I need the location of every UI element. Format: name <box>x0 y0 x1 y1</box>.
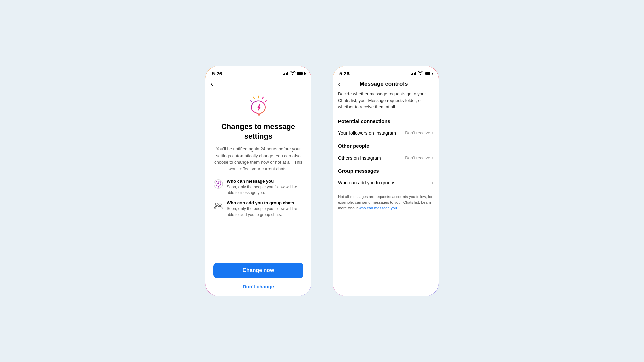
messenger-icon-container <box>245 94 272 122</box>
status-icons-1 <box>283 71 305 76</box>
wifi-icon <box>290 71 296 76</box>
feature-item-1: Who can message you Soon, only the peopl… <box>213 179 303 196</box>
phone-2: 5:26 <box>332 65 439 297</box>
setting-label-instagram-followers: Your followers on Instagram <box>338 130 396 136</box>
chevron-icon-1: › <box>432 130 433 136</box>
wifi-icon-2 <box>418 71 423 76</box>
section-potential-connections: Potential connections <box>338 116 433 125</box>
page-title-1: Changes to message settings <box>213 122 303 141</box>
battery-icon <box>297 72 305 75</box>
svg-line-3 <box>265 101 267 102</box>
svg-line-4 <box>250 101 252 102</box>
svg-line-2 <box>253 97 254 99</box>
nav-bar-1: ‹ <box>205 79 311 90</box>
chevron-icon-3: › <box>432 180 433 186</box>
feature-desc-1: Soon, only the people you follow will be… <box>227 184 303 196</box>
dont-change-button[interactable]: Don't change <box>213 282 303 291</box>
messenger-feature-icon <box>213 179 223 189</box>
time-1: 5:26 <box>212 71 222 76</box>
status-bar-2: 5:26 <box>333 66 439 79</box>
section-group-messages: Group messages <box>338 165 433 175</box>
setting-label-others-instagram: Others on Instagram <box>338 155 381 161</box>
change-now-button[interactable]: Change now <box>213 263 303 278</box>
footer-note: Not all messages are requests: accounts … <box>338 194 433 212</box>
setting-value-instagram-followers: Don't receive › <box>405 130 433 136</box>
signal-icon <box>283 72 289 75</box>
battery-icon-2 <box>425 72 432 75</box>
feature-title-2: Who can add you to group chats <box>227 200 303 205</box>
feature-text-1: Who can message you Soon, only the peopl… <box>227 179 303 196</box>
phone2-content: Decide whether message requests go to yo… <box>333 90 439 296</box>
setting-value-others-instagram: Don't receive › <box>405 155 433 161</box>
svg-line-1 <box>262 97 263 99</box>
setting-row-instagram-followers[interactable]: Your followers on Instagram Don't receiv… <box>338 126 433 140</box>
feature-title-1: Who can message you <box>227 179 303 184</box>
section-other-people: Other people <box>338 140 433 150</box>
feature-text-2: Who can add you to group chats Soon, onl… <box>227 200 303 218</box>
page-subtitle-1: You'll be notified again 24 hours before… <box>213 146 303 172</box>
svg-point-7 <box>219 203 221 206</box>
nav-bar-2: ‹ Message controls <box>333 79 439 90</box>
status-icons-2 <box>411 71 432 76</box>
status-bar-1: 5:26 <box>205 66 311 79</box>
message-controls-description: Decide whether message requests go to yo… <box>338 90 433 110</box>
setting-label-add-to-groups: Who can add you to groups <box>338 180 395 185</box>
chevron-icon-2: › <box>432 155 433 161</box>
nav-title-2: Message controls <box>334 81 433 87</box>
phone-1: 5:26 <box>205 65 312 297</box>
time-2: 5:26 <box>339 71 350 76</box>
feature-desc-2: Soon, only the people you follow will be… <box>227 206 303 218</box>
setting-value-add-to-groups: › <box>432 180 433 186</box>
messenger-logo-icon <box>245 94 272 121</box>
back-button-1[interactable]: ‹ <box>211 80 213 88</box>
group-feature-icon <box>213 201 223 211</box>
setting-row-others-instagram[interactable]: Others on Instagram Don't receive › <box>338 151 433 165</box>
svg-point-6 <box>215 203 218 206</box>
feature-item-2: Who can add you to group chats Soon, onl… <box>213 200 303 218</box>
phone1-content: Changes to message settings You'll be no… <box>205 90 311 296</box>
signal-icon-2 <box>411 72 416 75</box>
setting-row-add-to-groups[interactable]: Who can add you to groups › <box>338 176 433 190</box>
footer-link[interactable]: who can message you. <box>359 206 398 210</box>
